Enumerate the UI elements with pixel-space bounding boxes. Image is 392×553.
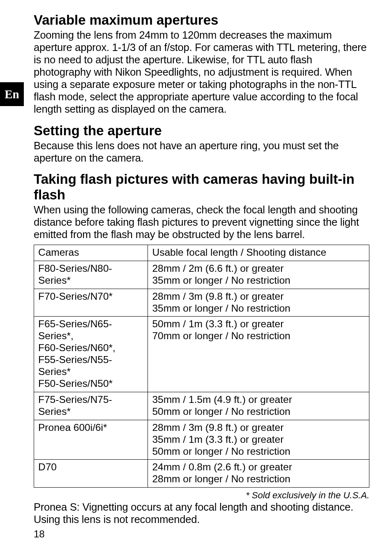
cell-usable: 28mm / 2m (6.6 ft.) or greater35mm or lo… (148, 261, 369, 289)
heading-setting-aperture: Setting the aperture (34, 123, 369, 139)
table-header-cameras: Cameras (34, 245, 148, 261)
cell-usable: 24mm / 0.8m (2.6 ft.) or greater28mm or … (148, 460, 369, 488)
language-tab: En (0, 82, 24, 106)
body-variable-apertures: Zooming the lens from 24mm to 120mm decr… (34, 29, 369, 116)
table-header-usable: Usable focal length / Shooting distance (148, 245, 369, 261)
table-row: D70 24mm / 0.8m (2.6 ft.) or greater28mm… (34, 460, 369, 488)
cell-usable: 50mm / 1m (3.3 ft.) or greater70mm or lo… (148, 317, 369, 392)
cell-camera: D70 (34, 460, 148, 488)
compatibility-table: Cameras Usable focal length / Shooting d… (34, 245, 369, 488)
note-pronea-s: Pronea S: Vignetting occurs at any focal… (34, 501, 369, 525)
cell-usable: 28mm / 3m (9.8 ft.) or greater35mm or lo… (148, 289, 369, 317)
cell-usable: 35mm / 1.5m (4.9 ft.) or greater50mm or … (148, 392, 369, 420)
table-row: F65-Series/N65-Series*,F60-Series/N60*,F… (34, 317, 369, 392)
table-header-row: Cameras Usable focal length / Shooting d… (34, 245, 369, 261)
table-row: F70-Series/N70* 28mm / 3m (9.8 ft.) or g… (34, 289, 369, 317)
table-row: F80-Series/N80-Series* 28mm / 2m (6.6 ft… (34, 261, 369, 289)
page: En Variable maximum apertures Zooming th… (0, 0, 392, 553)
table-row: Pronea 600i/6i* 28mm / 3m (9.8 ft.) or g… (34, 420, 369, 460)
cell-usable: 28mm / 3m (9.8 ft.) or greater35mm / 1m … (148, 420, 369, 460)
body-flash: When using the following cameras, check … (34, 204, 369, 241)
cell-camera: Pronea 600i/6i* (34, 420, 148, 460)
cell-camera: F65-Series/N65-Series*,F60-Series/N60*,F… (34, 317, 148, 392)
cell-camera: F70-Series/N70* (34, 289, 148, 317)
heading-flash: Taking flash pictures with cameras havin… (34, 171, 369, 203)
body-setting-aperture: Because this lens does not have an apert… (34, 139, 369, 164)
page-number: 18 (34, 528, 45, 540)
table-footnote: * Sold exclusively in the U.S.A. (34, 490, 369, 501)
cell-camera: F75-Series/N75-Series* (34, 392, 148, 420)
cell-camera: F80-Series/N80-Series* (34, 261, 148, 289)
table-row: F75-Series/N75-Series* 35mm / 1.5m (4.9 … (34, 392, 369, 420)
heading-variable-apertures: Variable maximum apertures (34, 12, 369, 28)
